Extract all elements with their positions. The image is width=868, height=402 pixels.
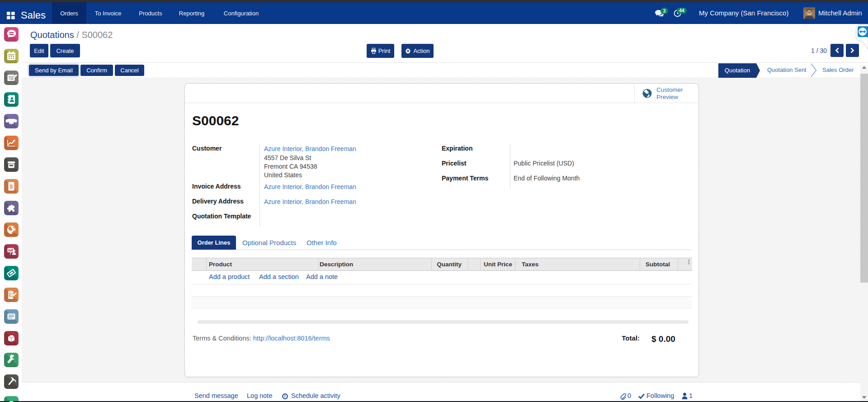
svg-text:$: $ (10, 184, 13, 190)
